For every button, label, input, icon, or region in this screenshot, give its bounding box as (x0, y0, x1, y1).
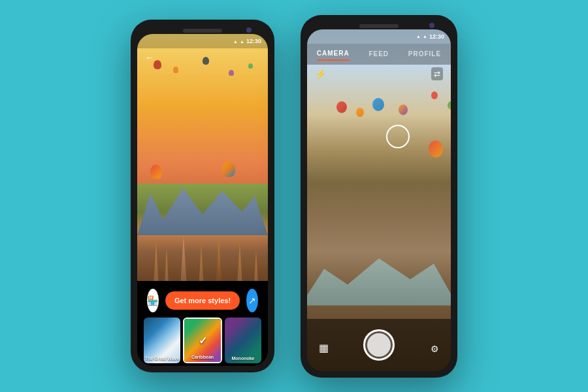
wifi-icon: ▲ (240, 39, 244, 44)
shutter-inner (367, 333, 391, 357)
p1-balloon-4 (229, 70, 234, 76)
style-thumb-caribbean[interactable]: ✓ Caribbean (183, 318, 222, 363)
phone2-time: 12:30 (429, 33, 444, 40)
shutter-button[interactable] (363, 329, 395, 361)
settings-icon: ⚙ (431, 344, 439, 354)
p2-wifi-icon: ▲ (423, 34, 427, 39)
tab-camera[interactable]: CAMERA (317, 47, 350, 61)
style-thumb-label-2: Caribbean (184, 355, 221, 359)
phone2-shell: ▲ ▲ 12:30 CAMERA FEED PROFILE ⚡ ⇄ (301, 15, 457, 378)
settings-button[interactable]: ⚙ (431, 344, 439, 354)
focus-ring (386, 125, 410, 148)
phone1-time: 12:30 (246, 38, 261, 44)
style-thumb-great-wave[interactable]: The Great Wave (144, 318, 180, 363)
flash-button[interactable]: ⚡ (315, 69, 326, 79)
style-thumb-label-3: Mononoke (225, 356, 261, 361)
p2-balloon-6 (448, 101, 451, 110)
p1-balloon-large-2 (222, 161, 235, 177)
phone1-shell: ▲ ▲ 12:30 ← 🏪 Get more styles! ↗ (131, 20, 274, 372)
get-more-styles-button[interactable]: Get more styles! (165, 291, 240, 310)
phone1-camera (246, 27, 252, 33)
phone1-status-bar: ▲ ▲ 12:30 (137, 34, 268, 48)
back-button[interactable]: ← (145, 52, 154, 63)
style-bottom-panel: 🏪 Get more styles! ↗ The Great Wave ✓ (137, 281, 268, 366)
p2-balloon-4 (399, 105, 408, 115)
p1-balloon-3 (203, 57, 209, 65)
p2-balloon-large-1 (429, 140, 443, 157)
p1-balloon-large-1 (150, 165, 162, 179)
style-thumb-mononoke[interactable]: Mononoke (225, 318, 261, 363)
p2-balloon-2 (356, 108, 364, 117)
phone1-screen: ▲ ▲ 12:30 ← 🏪 Get more styles! ↗ (137, 34, 268, 366)
signal-icon: ▲ (233, 39, 238, 44)
action-buttons-row: 🏪 Get more styles! ↗ (137, 281, 268, 318)
flash-icon: ⚡ (315, 69, 326, 79)
p1-balloon-1 (154, 60, 161, 69)
share-icon: ↗ (248, 295, 256, 306)
tab-profile[interactable]: PROFILE (408, 48, 441, 60)
phones-container: ▲ ▲ 12:30 ← 🏪 Get more styles! ↗ (131, 15, 457, 378)
phone2-status-bar: ▲ ▲ 12:30 (307, 29, 451, 44)
flip-camera-button[interactable]: ⇄ (431, 67, 443, 80)
share-button[interactable]: ↗ (246, 289, 258, 312)
p2-balloon-1 (336, 101, 347, 113)
tab-feed[interactable]: FEED (368, 48, 389, 60)
camera-bottom-bar: ▦ ⚙ (307, 319, 451, 371)
p2-balloon-3 (372, 98, 384, 111)
p2-signal-icon: ▲ (416, 34, 421, 39)
style-thumb-label-1: The Great Wave (144, 356, 180, 361)
phone2-notch (359, 24, 399, 28)
camera-nav: CAMERA FEED PROFILE (307, 44, 451, 65)
store-icon: 🏪 (147, 295, 158, 306)
p2-balloon-5 (431, 91, 438, 99)
phone1-notch (183, 29, 222, 33)
phone2-camera-dot (429, 23, 434, 28)
styles-row: The Great Wave ✓ Caribbean Mononoke (137, 318, 268, 366)
gallery-button[interactable]: ▦ (319, 342, 329, 354)
checkmark-icon: ✓ (199, 335, 207, 347)
p1-balloon-2 (173, 67, 178, 73)
phone2-status-icons: ▲ ▲ 12:30 (416, 33, 444, 40)
gallery-icon: ▦ (319, 342, 329, 353)
store-button[interactable]: 🏪 (147, 289, 159, 312)
p1-balloon-5 (248, 63, 253, 69)
phone2-screen: ▲ ▲ 12:30 CAMERA FEED PROFILE ⚡ ⇄ (307, 29, 451, 371)
flip-icon: ⇄ (434, 69, 440, 78)
phone1-status-icons: ▲ ▲ 12:30 (233, 38, 261, 44)
